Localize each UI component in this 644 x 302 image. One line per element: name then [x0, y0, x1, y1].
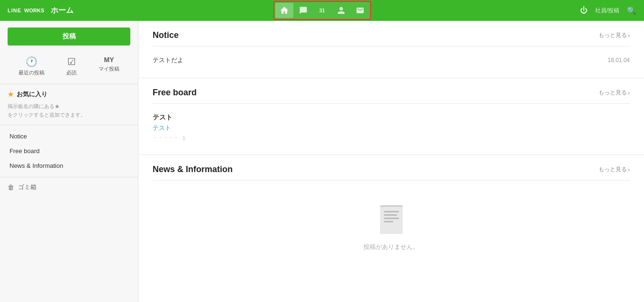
search-icon[interactable]: 🔍: [627, 6, 636, 15]
header-nav: 31: [273, 1, 371, 20]
notice-section-header: Notice もっと見る ›: [153, 30, 630, 40]
recent-label: 最近の投稿: [18, 69, 45, 76]
favorites-label: お気に入り: [17, 90, 47, 99]
news-title: News & Information: [153, 165, 233, 174]
notice-divider: [153, 46, 630, 46]
sidebar-my[interactable]: MY マイ投稿: [99, 56, 119, 76]
post-meta: ・・・・・ 1: [153, 134, 630, 141]
news-section: News & Information もっと見る › 投稿がありません。: [138, 155, 644, 275]
post-title: テスト: [153, 113, 630, 122]
sidebar-boards: Notice Free board News & Information: [0, 125, 138, 177]
main-layout: 投稿 🕐 最近の投稿 ☑ 必読 MY マイ投稿 ★ お気に入り 掲示板名の隣にあ…: [0, 21, 644, 302]
header: LINE WORKS ホーム 31 ⏻ 社員/投稿 🔍: [0, 0, 644, 21]
employee-label[interactable]: 社員/投稿: [595, 7, 619, 15]
post-item: テスト テスト ・・・・・ 1: [153, 110, 630, 145]
nav-calendar-label: 31: [319, 8, 325, 13]
trash-label: ゴミ箱: [18, 183, 36, 192]
notice-more-chevron: ›: [628, 32, 630, 39]
power-icon[interactable]: ⏻: [580, 6, 588, 15]
nav-home[interactable]: [275, 3, 293, 18]
sidebar-required[interactable]: ☑ 必読: [66, 56, 77, 76]
notice-item[interactable]: テストだよ 18.01.04: [153, 52, 630, 68]
sidebar-recent[interactable]: 🕐 最近の投稿: [18, 56, 45, 76]
news-divider: [153, 180, 630, 181]
post-preview[interactable]: テスト: [153, 124, 630, 132]
trash-icon: 🗑: [8, 183, 14, 191]
news-more-label: もっと見る: [599, 165, 627, 174]
nav-contacts[interactable]: [332, 3, 350, 18]
news-more-chevron: ›: [628, 166, 630, 173]
notice-more-label: もっと見る: [599, 31, 627, 39]
content-area: Notice もっと見る › テストだよ 18.01.04 Free board…: [138, 21, 644, 302]
free-board-divider: [153, 103, 630, 104]
notice-section: Notice もっと見る › テストだよ 18.01.04: [138, 21, 644, 78]
sidebar-item-news[interactable]: News & Information: [0, 158, 138, 173]
header-logo: LINE WORKS ホーム: [8, 6, 73, 16]
logo-works-text: WORKS: [24, 8, 44, 13]
notice-item-date: 18.01.04: [608, 57, 630, 64]
my-icon: MY: [104, 56, 114, 64]
post-meta-dots: ・・・・・: [153, 134, 179, 141]
notice-title: Notice: [153, 30, 179, 40]
sidebar-item-notice[interactable]: Notice: [0, 129, 138, 144]
required-label: 必読: [66, 69, 77, 76]
sidebar-trash[interactable]: 🗑 ゴミ箱: [0, 177, 138, 197]
star-icon: ★: [8, 91, 14, 98]
my-label: マイ投稿: [99, 65, 119, 73]
empty-text: 投稿がありません。: [363, 243, 419, 251]
nav-mail[interactable]: [351, 3, 369, 18]
free-board-more-link[interactable]: もっと見る ›: [599, 89, 630, 97]
news-more-link[interactable]: もっと見る ›: [599, 165, 630, 174]
favorites-hint: 掲示板名の隣にある★をクリックすると追加できます。: [8, 102, 130, 119]
nav-chat[interactable]: [294, 3, 312, 18]
free-board-section: Free board もっと見る › テスト テスト ・・・・・ 1: [138, 78, 644, 155]
empty-document-icon: [377, 205, 406, 236]
notice-more-link[interactable]: もっと見る ›: [599, 31, 630, 39]
sidebar-item-free-board[interactable]: Free board: [0, 144, 138, 158]
news-section-header: News & Information もっと見る ›: [153, 165, 630, 174]
news-empty-state: 投稿がありません。: [153, 186, 630, 265]
clock-icon: 🕐: [26, 56, 37, 67]
logo-line-text: LINE: [8, 8, 21, 13]
doc-lines: [384, 211, 399, 224]
free-board-more-chevron: ›: [628, 90, 630, 96]
check-icon: ☑: [67, 56, 76, 67]
free-board-more-label: もっと見る: [599, 89, 627, 97]
sidebar: 投稿 🕐 最近の投稿 ☑ 必読 MY マイ投稿 ★ お気に入り 掲示板名の隣にあ…: [0, 21, 138, 302]
free-board-section-header: Free board もっと見る ›: [153, 88, 630, 98]
notice-item-text: テストだよ: [153, 56, 183, 64]
post-button[interactable]: 投稿: [8, 27, 130, 46]
nav-calendar[interactable]: 31: [313, 3, 331, 18]
header-right: ⏻ 社員/投稿 🔍: [580, 6, 636, 15]
header-home-label: ホーム: [51, 6, 73, 16]
post-count: 1: [182, 135, 185, 141]
sidebar-favorites: ★ お気に入り 掲示板名の隣にある★をクリックすると追加できます。: [0, 84, 138, 125]
sidebar-actions: 🕐 最近の投稿 ☑ 必読 MY マイ投稿: [0, 52, 138, 84]
favorites-header: ★ お気に入り: [8, 90, 130, 99]
free-board-title: Free board: [153, 88, 197, 98]
